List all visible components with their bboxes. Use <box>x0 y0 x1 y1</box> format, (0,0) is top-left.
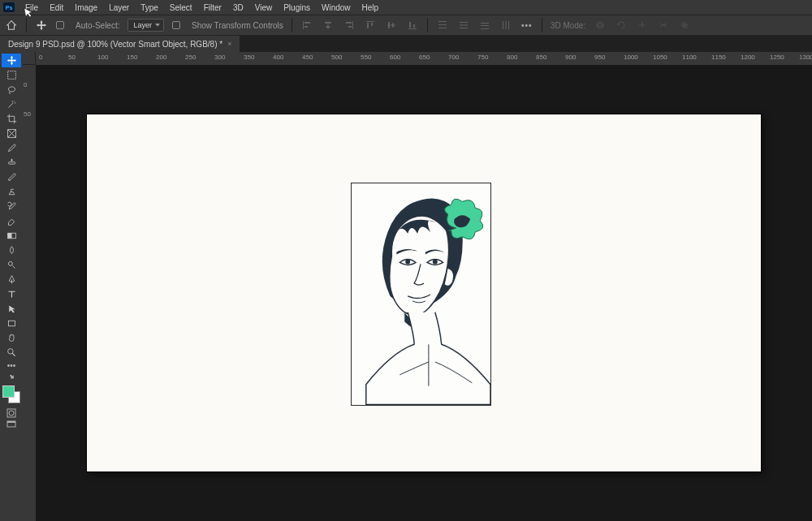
menu-type[interactable]: Type <box>135 1 164 15</box>
eraser-tool[interactable] <box>2 214 21 228</box>
main-menu-bar: Ps File Edit Image Layer Type Select Fil… <box>0 0 812 15</box>
swap-colors-icon[interactable] <box>2 372 21 382</box>
screen-mode-icon[interactable] <box>2 419 21 429</box>
history-brush-tool[interactable] <box>2 200 21 213</box>
slide-3d-icon[interactable] <box>657 19 670 32</box>
clone-stamp-tool[interactable] <box>2 185 21 199</box>
workspace: ••• 050100150200250300350400450500550600… <box>0 52 812 521</box>
svg-point-47 <box>433 260 438 265</box>
blur-tool[interactable] <box>2 243 21 257</box>
svg-point-43 <box>9 411 14 416</box>
svg-rect-20 <box>438 28 447 28</box>
color-swatches[interactable] <box>2 385 20 403</box>
document-viewport[interactable] <box>36 65 812 521</box>
menu-filter[interactable]: Filter <box>198 1 227 15</box>
menu-3d[interactable]: 3D <box>227 1 249 15</box>
type-tool[interactable] <box>2 287 21 301</box>
magic-wand-tool[interactable] <box>2 97 21 111</box>
svg-rect-17 <box>413 24 415 28</box>
close-tab-icon[interactable]: × <box>227 40 231 48</box>
svg-rect-5 <box>326 26 330 28</box>
zoom-tool[interactable] <box>2 346 21 360</box>
quick-mask-icon[interactable] <box>2 407 21 418</box>
svg-rect-24 <box>481 23 489 24</box>
show-transform-checkbox[interactable] <box>172 21 180 29</box>
align-left-icon[interactable] <box>300 19 313 32</box>
healing-brush-tool[interactable] <box>2 156 21 170</box>
document-tab-title: Design 9 PSD.psd @ 100% (Vector Smart Ob… <box>8 40 222 49</box>
distribute-vcenter-icon[interactable] <box>457 19 470 32</box>
menu-layer[interactable]: Layer <box>103 1 135 15</box>
menu-plugins[interactable]: Plugins <box>278 1 316 15</box>
menu-edit[interactable]: Edit <box>44 1 69 15</box>
align-vcenter-icon[interactable] <box>385 19 398 32</box>
portrait-illustration <box>352 183 490 405</box>
mode-3d-label: 3D Mode: <box>551 21 585 30</box>
align-hcenter-icon[interactable] <box>322 19 335 32</box>
svg-rect-1 <box>304 22 310 24</box>
menu-help[interactable]: Help <box>356 1 385 15</box>
vector-smart-object[interactable] <box>351 183 491 406</box>
document-tab-bar: Design 9 PSD.psd @ 100% (Vector Smart Ob… <box>0 36 812 52</box>
ruler-origin-corner[interactable] <box>23 52 36 65</box>
gradient-tool[interactable] <box>2 229 21 243</box>
ruler-tick: 400 <box>273 54 283 61</box>
svg-rect-8 <box>348 26 352 28</box>
more-options-icon[interactable]: ••• <box>520 19 533 32</box>
menu-image[interactable]: Image <box>69 1 103 15</box>
separator <box>292 18 292 32</box>
svg-rect-22 <box>460 25 468 26</box>
options-bar: Auto-Select: Layer Show Transform Contro… <box>0 15 812 36</box>
ruler-tick: 600 <box>390 54 400 61</box>
menu-window[interactable]: Window <box>316 1 356 15</box>
marquee-tool[interactable] <box>2 68 21 82</box>
ruler-tick: 350 <box>244 54 254 61</box>
ruler-tick: 0 <box>24 81 27 88</box>
home-icon[interactable] <box>5 19 18 32</box>
pen-tool[interactable] <box>2 273 21 286</box>
align-bottom-icon[interactable] <box>406 19 419 32</box>
distribute-bottom-icon[interactable] <box>478 19 491 32</box>
move-tool[interactable] <box>2 54 21 67</box>
frame-tool[interactable] <box>2 127 21 140</box>
menu-file[interactable]: File <box>19 1 44 15</box>
separator <box>542 18 542 32</box>
svg-rect-29 <box>508 21 509 29</box>
document-tab[interactable]: Design 9 PSD.psd @ 100% (Vector Smart Ob… <box>0 36 240 52</box>
rectangle-tool[interactable] <box>2 316 21 330</box>
distribute-hspace-icon[interactable] <box>499 19 512 32</box>
foreground-color-swatch[interactable] <box>2 385 15 398</box>
zoom-3d-icon[interactable] <box>678 19 691 32</box>
canvas-artboard[interactable] <box>87 114 761 471</box>
menu-select[interactable]: Select <box>164 1 198 15</box>
svg-rect-23 <box>460 28 468 28</box>
crop-tool[interactable] <box>2 112 21 126</box>
edit-toolbar-icon[interactable]: ••• <box>2 360 21 371</box>
ruler-tick: 150 <box>127 54 137 61</box>
align-right-icon[interactable] <box>343 19 356 32</box>
ruler-tick: 550 <box>361 54 371 61</box>
horizontal-ruler[interactable]: 0501001502002503003504004505005506006507… <box>23 52 812 65</box>
auto-select-target-dropdown[interactable]: Layer <box>127 19 164 32</box>
hand-tool[interactable] <box>2 331 21 345</box>
lasso-tool[interactable] <box>2 83 21 97</box>
orbit-3d-icon[interactable] <box>594 19 607 32</box>
move-tool-indicator-icon[interactable] <box>35 19 48 32</box>
auto-select-checkbox[interactable] <box>56 21 64 29</box>
align-top-icon[interactable] <box>364 19 377 32</box>
ruler-tick: 1100 <box>682 54 697 61</box>
brush-tool[interactable] <box>2 170 21 184</box>
roll-3d-icon[interactable] <box>615 19 628 32</box>
pan-3d-icon[interactable] <box>636 19 649 32</box>
menu-view[interactable]: View <box>249 1 279 15</box>
ruler-tick: 200 <box>156 54 166 61</box>
svg-rect-9 <box>366 21 374 22</box>
svg-rect-34 <box>7 71 15 80</box>
svg-rect-45 <box>7 421 15 423</box>
dodge-tool[interactable] <box>2 258 21 272</box>
distribute-top-icon[interactable] <box>436 19 449 32</box>
vertical-ruler[interactable]: 050 <box>23 65 36 521</box>
eyedropper-tool[interactable] <box>2 141 21 155</box>
ruler-tick: 250 <box>185 54 196 61</box>
path-selection-tool[interactable] <box>2 302 21 316</box>
